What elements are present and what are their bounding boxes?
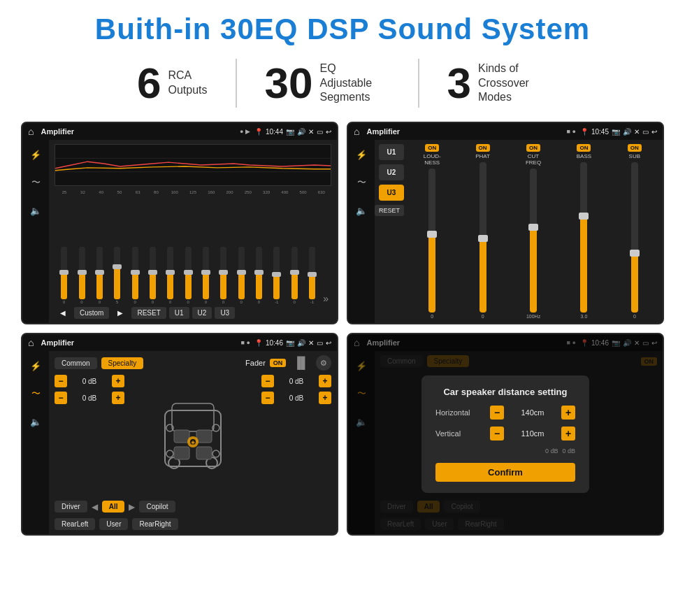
horizontal-label: Horizontal [435, 408, 484, 417]
eq-custom-button[interactable]: Custom [74, 307, 109, 319]
fader-sidebar-speaker-icon[interactable]: 🔈 [27, 413, 45, 431]
volume-icon: 🔊 [297, 128, 305, 136]
all-button[interactable]: All [102, 501, 125, 513]
specialty-tab[interactable]: Specialty [101, 357, 144, 369]
fader-settings-icon[interactable]: ⚙ [316, 355, 331, 371]
crossover-statusbar: ⌂ Amplifier ■ ● 📍 10:45 📷 🔊 ✕ ▭ ↩ [348, 123, 663, 140]
eq-sidebar-wave-icon[interactable]: 〜 [27, 173, 45, 192]
eq-slider-2[interactable]: 0 [92, 247, 108, 304]
eq-sidebar-speaker-icon[interactable]: 🔈 [27, 201, 45, 220]
eq-u2-button[interactable]: U2 [192, 307, 212, 319]
fader-right-bottom-minus[interactable]: − [261, 392, 274, 404]
fader-right-bottom-plus[interactable]: + [319, 392, 331, 404]
eq-slider-12[interactable]: -1 [268, 247, 284, 304]
fader-window-icon: ▭ [317, 339, 323, 347]
preset-u3-button[interactable]: U3 [379, 185, 404, 201]
rearright-button[interactable]: RearRight [132, 518, 178, 530]
crossover-sidebar-wave-icon[interactable]: 〜 [352, 173, 370, 192]
vertical-plus-button[interactable]: + [561, 427, 575, 440]
horizontal-minus-button[interactable]: − [490, 406, 504, 420]
eq-slider-13[interactable]: 0 [286, 247, 302, 304]
stat-crossover-number: 3 [447, 62, 471, 105]
common-tab[interactable]: Common [55, 357, 97, 369]
fader-left-bottom-minus[interactable]: − [55, 392, 67, 404]
fader-right-top-plus[interactable]: + [319, 375, 331, 387]
dialog-right-top: 0 dB [545, 447, 558, 454]
eq-graph [55, 144, 331, 186]
svg-text:◈: ◈ [191, 439, 196, 445]
fader-left-bottom-plus[interactable]: + [112, 392, 124, 404]
fader-left-top-plus[interactable]: + [112, 375, 124, 387]
page-title: Buith-in 30EQ DSP Sound System [21, 13, 664, 46]
fader-sidebar-wave-icon[interactable]: 〜 [27, 385, 45, 403]
eq-slider-6[interactable]: 0 [162, 247, 178, 304]
eq-slider-5[interactable]: 0 [145, 247, 161, 304]
eq-reset-button[interactable]: RESET [131, 307, 166, 319]
sub-toggle[interactable]: ON [628, 144, 642, 152]
eq-slider-3[interactable]: 5 [109, 247, 125, 304]
fader-screen-title: Amplifier [38, 338, 236, 347]
eq-graph-svg [55, 145, 331, 185]
eq-play-button[interactable]: ▶ [112, 307, 129, 319]
eq-val-12: -1 [275, 300, 278, 304]
fader-sidebar-eq-icon[interactable]: ⚡ [27, 357, 45, 375]
eq-statusbar: ⌂ Amplifier ● ▶ 📍 10:44 📷 🔊 ✕ ▭ ↩ [22, 123, 337, 140]
user-button[interactable]: User [99, 518, 128, 530]
eq-prev-button[interactable]: ◀ [55, 307, 71, 319]
bass-fill [580, 215, 587, 313]
preset-u1-button[interactable]: U1 [379, 144, 404, 160]
eq-slider-4[interactable]: 0 [127, 247, 143, 304]
eq-slider-11[interactable]: 0 [251, 247, 267, 304]
rearleft-button[interactable]: RearLeft [55, 518, 95, 530]
freq-50: 50 [111, 190, 128, 194]
dialog-screen-body: ⚡ 〜 🔈 Common Specialty ON Driver All [348, 351, 663, 534]
eq-u1-button[interactable]: U1 [169, 307, 189, 319]
eq-slider-14[interactable]: -1 [304, 247, 320, 304]
confirm-button[interactable]: Confirm [435, 463, 575, 482]
eq-slider-9[interactable]: 0 [215, 247, 231, 304]
stats-row: 6 RCAOutputs 30 EQ AdjustableSegments 3 … [21, 59, 664, 108]
phat-toggle[interactable]: ON [476, 144, 490, 152]
expand-icon[interactable]: » [322, 293, 330, 304]
fader-bottom-row: Driver ◀ All ▶ Copilot [55, 501, 331, 513]
fader-slider-icon[interactable]: ▐▌ [293, 357, 309, 369]
driver-button[interactable]: Driver [55, 501, 87, 513]
loudness-track[interactable] [428, 169, 435, 313]
crossover-screen-title: Amplifier [363, 127, 562, 136]
bass-toggle[interactable]: ON [577, 144, 591, 152]
fader-left-top-minus[interactable]: − [55, 375, 67, 387]
crossover-reset-button[interactable]: RESET [375, 205, 404, 216]
cutfreq-track[interactable] [530, 169, 537, 313]
eq-u3-button[interactable]: U3 [215, 307, 235, 319]
freq-25: 25 [56, 190, 73, 194]
fader-right-controls: − 0 dB + − 0 dB + [261, 375, 331, 495]
loudness-toggle[interactable]: ON [425, 144, 439, 152]
crossover-sidebar-speaker-icon[interactable]: 🔈 [352, 201, 370, 220]
eq-slider-8[interactable]: 0 [198, 247, 214, 304]
eq-val-4: 0 [134, 300, 136, 304]
vertical-minus-button[interactable]: − [490, 427, 504, 440]
crossover-sidebar-eq-icon[interactable]: ⚡ [352, 145, 370, 164]
eq-slider-7[interactable]: 0 [180, 247, 196, 304]
fader-right-top-value: 0 dB [277, 378, 316, 385]
copilot-button[interactable]: Copilot [139, 501, 175, 513]
bass-track[interactable] [580, 162, 587, 313]
eq-slider-10[interactable]: 0 [233, 247, 249, 304]
preset-u2-button[interactable]: U2 [379, 164, 404, 180]
eq-slider-0[interactable]: 0 [56, 247, 72, 304]
crossover-close-icon: ✕ [634, 128, 640, 136]
crossover-home-icon: ⌂ [354, 126, 359, 137]
phat-track[interactable] [480, 162, 486, 313]
cutfreq-toggle[interactable]: ON [526, 144, 540, 152]
stat-rca-number: 6 [137, 62, 161, 105]
sub-track[interactable] [631, 162, 638, 313]
stat-eq-number: 30 [265, 62, 313, 105]
stat-crossover-text: Kinds ofCrossover Modes [478, 62, 548, 105]
fader-right-top-minus[interactable]: − [261, 375, 274, 387]
stat-rca: 6 RCAOutputs [109, 62, 236, 105]
phat-val: 0 [482, 314, 484, 319]
eq-sidebar-eq-icon[interactable]: ⚡ [27, 145, 45, 164]
crossover-right-icons: 📍 10:45 📷 🔊 ✕ ▭ ↩ [580, 128, 657, 136]
eq-slider-1[interactable]: 0 [73, 247, 89, 304]
horizontal-plus-button[interactable]: + [561, 406, 575, 420]
